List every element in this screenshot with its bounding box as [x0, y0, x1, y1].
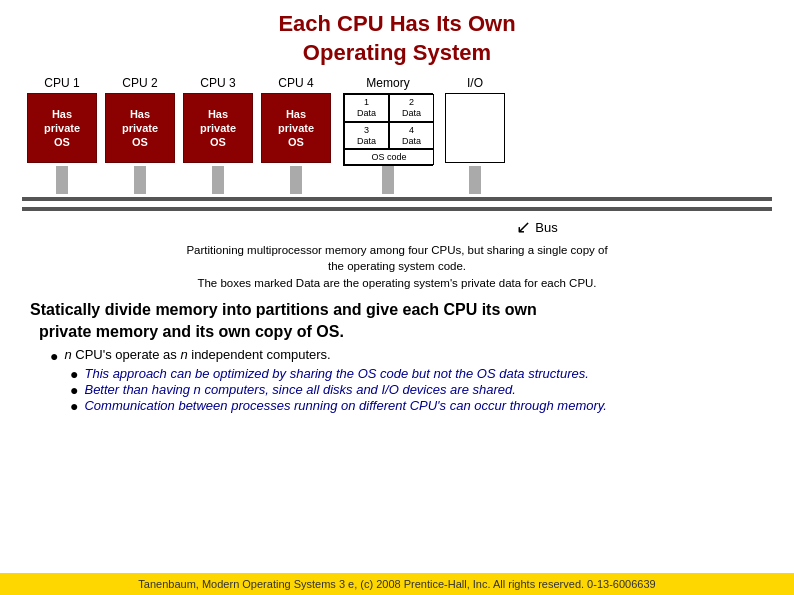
- bottom-bar-text: Tanenbaum, Modern Operating Systems 3 e,…: [138, 578, 655, 590]
- desc-line3: The boxes marked Data are the operating …: [197, 277, 596, 289]
- bus-label: Bus: [535, 220, 557, 235]
- page-container: Each CPU Has Its Own Operating System CP…: [0, 0, 794, 595]
- bus-arrow-icon: ↙: [516, 216, 531, 238]
- bullet-1-dot: ●: [50, 348, 58, 364]
- stem-cpu2: [134, 166, 146, 194]
- memory-box: 1Data 2Data 3Data 4Data OS code: [343, 93, 433, 166]
- cpu2-label: CPU 2: [122, 76, 157, 90]
- memory-label: Memory: [366, 76, 409, 90]
- stem-cpu3: [212, 166, 224, 194]
- title-area: Each CPU Has Its Own Operating System: [0, 0, 794, 73]
- desc-line2: the operating system code.: [328, 260, 466, 272]
- sub-bullet-2: ● Better than having n computers, since …: [70, 382, 764, 398]
- sub-bullet-1-text: This approach can be optimized by sharin…: [84, 366, 588, 381]
- bullet-1-text: n CPU's operate as n independent compute…: [64, 347, 330, 362]
- cpu2-box: HasprivateOS: [105, 93, 175, 163]
- mem-cell-4: 4Data: [389, 122, 434, 150]
- diagram-area: CPU 1 CPU 2 CPU 3 CPU 4 Memory I/O: [0, 73, 794, 238]
- main-content: Statically divide memory into partitions…: [0, 295, 794, 419]
- sub-bullet-3: ● Communication between processes runnin…: [70, 398, 764, 414]
- sub-bullet-1-dot: ●: [70, 366, 78, 382]
- bus-bottom-line: [22, 207, 772, 211]
- sub-bullet-2-text: Better than having n computers, since al…: [84, 382, 515, 397]
- stem-cpu4: [290, 166, 302, 194]
- stem-cpu1: [56, 166, 68, 194]
- bus-lines: [22, 194, 772, 214]
- page-title: Each CPU Has Its Own Operating System: [0, 10, 794, 67]
- mem-cell-2: 2Data: [389, 94, 434, 122]
- title-line2: Operating System: [303, 40, 491, 65]
- mem-cell-3: 3Data: [344, 122, 389, 150]
- sub-bullet-3-dot: ●: [70, 398, 78, 414]
- description-area: Partitioning multiprocessor memory among…: [0, 238, 794, 294]
- os-code-bar: OS code: [344, 149, 434, 165]
- stem-io: [469, 166, 481, 194]
- cpu3-box: HasprivateOS: [183, 93, 253, 163]
- stems-row: [17, 166, 777, 194]
- stem-mem: [382, 166, 394, 194]
- main-heading: Statically divide memory into partitions…: [30, 299, 764, 344]
- bus-label-area: ↙ Bus: [236, 216, 557, 238]
- sub-bullet-3-text: Communication between processes running …: [84, 398, 607, 413]
- sub-bullets: ● This approach can be optimized by shar…: [70, 366, 764, 414]
- cpu1-box: HasprivateOS: [27, 93, 97, 163]
- sub-bullet-2-dot: ●: [70, 382, 78, 398]
- bottom-bar: Tanenbaum, Modern Operating Systems 3 e,…: [0, 573, 794, 595]
- desc-line1: Partitioning multiprocessor memory among…: [186, 244, 607, 256]
- sub-bullet-1: ● This approach can be optimized by shar…: [70, 366, 764, 382]
- cpu4-label: CPU 4: [278, 76, 313, 90]
- bus-top-line: [22, 197, 772, 201]
- io-box: [445, 93, 505, 163]
- bullet-1: ● n CPU's operate as n independent compu…: [50, 347, 764, 364]
- mem-cell-1: 1Data: [344, 94, 389, 122]
- cpu3-label: CPU 3: [200, 76, 235, 90]
- io-label: I/O: [467, 76, 483, 90]
- cpu4-box: HasprivateOS: [261, 93, 331, 163]
- cpu1-label: CPU 1: [44, 76, 79, 90]
- title-line1: Each CPU Has Its Own: [278, 11, 515, 36]
